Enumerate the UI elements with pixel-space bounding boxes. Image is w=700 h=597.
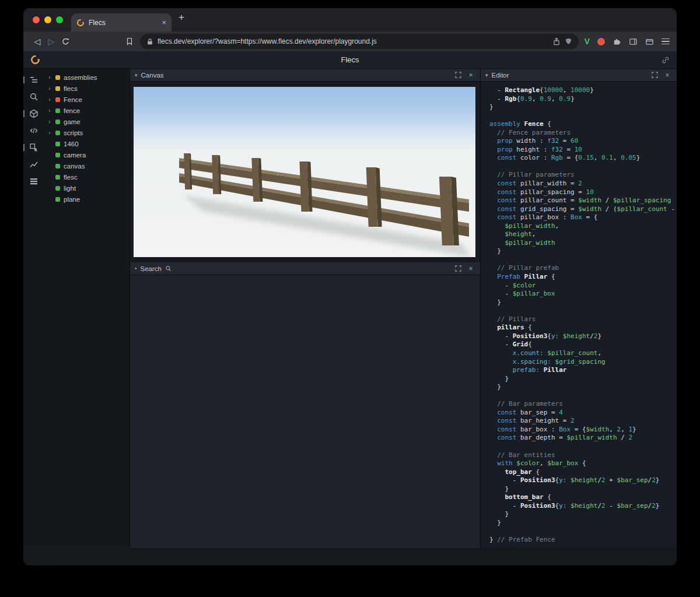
search-icon[interactable] [28, 92, 40, 102]
expand-panel-icon[interactable] [453, 265, 463, 272]
tree-item-1460[interactable]: 1460 [44, 138, 130, 149]
code-line: const pillar_box : Box = { [489, 213, 674, 222]
code-line: x.count: $pillar_count, [489, 349, 674, 358]
collapse-chevron-icon[interactable]: ▾ [135, 72, 138, 78]
statistics-chart-icon[interactable] [28, 159, 40, 170]
entity-color-swatch [55, 186, 60, 191]
expand-chevron-icon[interactable]: › [48, 85, 54, 92]
extensions-puzzle-icon[interactable] [612, 37, 621, 46]
code-line: bottom_bar { [489, 493, 674, 502]
window-close-button[interactable] [33, 16, 40, 23]
search-results-area[interactable] [130, 275, 480, 548]
canvas-3d-viewport[interactable] [134, 87, 475, 257]
fence-render [134, 87, 475, 257]
code-line: const pillar_spacing = 10 [489, 188, 674, 197]
code-line: } [489, 247, 674, 256]
code-icon[interactable] [28, 125, 40, 136]
menu-hamburger-icon[interactable] [662, 37, 670, 46]
expand-chevron-icon[interactable]: › [48, 74, 54, 80]
entity-color-swatch [55, 197, 60, 202]
tree-item-scripts[interactable]: ›scripts [44, 127, 130, 138]
tree-item-camera[interactable]: camera [44, 149, 130, 160]
code-line: const bar_sep = 4 [489, 409, 674, 417]
desktop: Flecs × + ◁ ▷ flecs.dev/explorer/?wasm=h… [0, 0, 700, 597]
url-text[interactable]: flecs.dev/explorer/?wasm=https://www.fle… [158, 37, 548, 45]
entity-color-swatch [55, 108, 60, 113]
code-line: prefab: Pillar [489, 366, 674, 375]
collapse-chevron-icon[interactable]: ▾ [485, 72, 488, 78]
editor-panel-header: ▾ Editor × [481, 69, 677, 82]
tree-item-fence[interactable]: ›fence [44, 105, 130, 116]
entity-label: camera [64, 152, 86, 159]
inspector-cursor-icon[interactable] [28, 142, 40, 153]
sidebar-toggle-icon[interactable] [629, 37, 638, 46]
canvas-panel-title: Canvas [141, 72, 164, 79]
extension-red-icon[interactable] [597, 38, 605, 45]
forward-button[interactable]: ▷ [44, 34, 58, 48]
close-panel-icon[interactable]: × [466, 71, 475, 79]
editor-column: ▾ Editor × - Rectangle{10000, 10000} - R… [480, 69, 677, 548]
app-header: Flecs [23, 51, 677, 69]
entity-label: scripts [64, 129, 83, 136]
code-line [489, 112, 674, 121]
code-line: $height, [489, 230, 674, 239]
expand-panel-icon[interactable] [650, 72, 659, 78]
tree-item-Fence[interactable]: ›Fence [44, 94, 130, 105]
tree-item-canvas[interactable]: canvas [44, 160, 130, 171]
code-line: - $color [489, 282, 674, 290]
entity-label: fence [64, 107, 80, 114]
expand-chevron-icon[interactable]: › [48, 118, 54, 125]
extension-v-icon[interactable]: V [584, 37, 590, 46]
url-bar[interactable]: flecs.dev/explorer/?wasm=https://www.fle… [140, 34, 579, 49]
expand-chevron-icon[interactable]: › [48, 96, 54, 103]
outliner-icon[interactable] [28, 75, 40, 85]
canvas-column: ▾ Canvas × [130, 69, 480, 548]
code-line: } // Prefab Fence [489, 536, 674, 545]
traffic-lights [33, 16, 63, 23]
window-minimize-button[interactable] [44, 16, 51, 23]
tree-item-plane[interactable]: plane [44, 194, 130, 205]
code-line: Prefab Pillar { [489, 273, 674, 282]
logs-icon[interactable] [28, 176, 40, 187]
back-button[interactable]: ◁ [30, 34, 44, 48]
expand-panel-icon[interactable] [453, 72, 463, 78]
code-line [489, 392, 674, 401]
tab-strip: Flecs × + [23, 8, 677, 31]
tree-item-light[interactable]: light [44, 182, 130, 194]
code-line: prop height : f32 = 10 [489, 146, 674, 154]
entity-color-swatch [55, 75, 60, 80]
tree-item-flesc[interactable]: flesc [44, 171, 130, 182]
window-zoom-button[interactable] [56, 16, 63, 23]
code-line: $pillar_width [489, 239, 674, 248]
browser-tab[interactable]: Flecs × [71, 13, 172, 31]
code-line: prop width : f32 = 60 [489, 137, 674, 146]
reload-button[interactable] [58, 34, 72, 48]
code-line [489, 545, 674, 548]
share-link-icon[interactable] [662, 56, 670, 64]
code-line: } [489, 103, 674, 112]
wallet-icon[interactable] [645, 37, 654, 46]
tool-sidebar [23, 69, 44, 548]
tree-item-game[interactable]: ›game [44, 116, 130, 127]
brave-shield-icon[interactable] [565, 37, 572, 45]
share-icon[interactable] [552, 37, 561, 46]
canvas-panel-header: ▾ Canvas × [130, 69, 480, 82]
expand-chevron-icon[interactable]: › [48, 107, 54, 114]
bookmark-icon[interactable] [123, 34, 136, 48]
code-line: // Fence parameters [489, 129, 674, 138]
code-line: top_bar { [489, 468, 674, 477]
code-line [489, 527, 674, 536]
code-line: // Bar parameters [489, 400, 674, 409]
close-panel-icon[interactable]: × [663, 71, 672, 79]
tab-close-icon[interactable]: × [162, 18, 166, 27]
expand-chevron-icon[interactable]: › [48, 129, 54, 136]
tree-item-assemblies[interactable]: ›assemblies [44, 72, 130, 83]
tree-item-flecs[interactable]: ›flecs [44, 83, 130, 94]
entity-label: 1460 [64, 141, 79, 148]
scene-cube-icon[interactable] [28, 108, 40, 119]
new-tab-button[interactable]: + [178, 12, 184, 22]
search-collapse-icon[interactable]: • [135, 265, 137, 272]
editor-panel-title: Editor [492, 72, 509, 79]
code-editor[interactable]: - Rectangle{10000, 10000} - Rgb{0.9, 0.9… [481, 82, 677, 548]
close-panel-icon[interactable]: × [466, 265, 475, 273]
